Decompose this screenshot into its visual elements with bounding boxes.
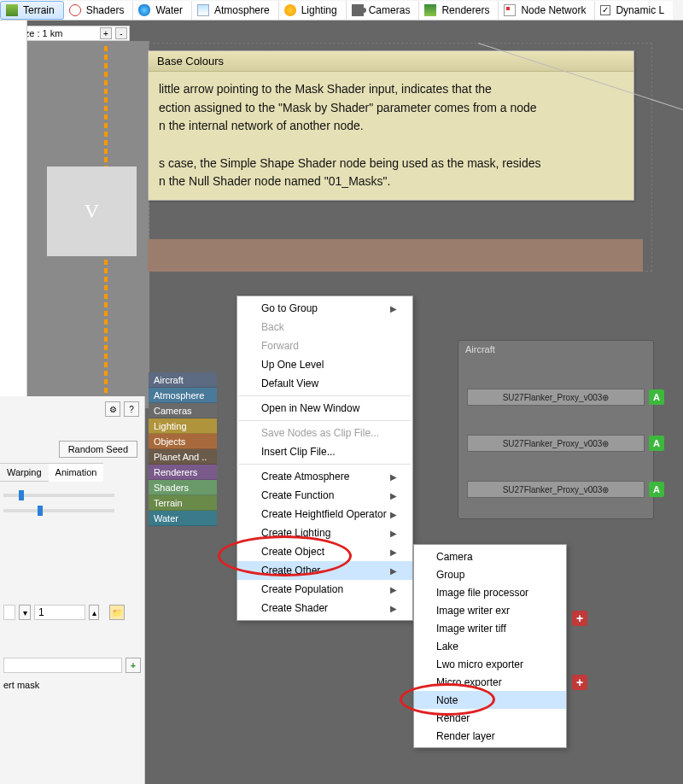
menu-save-clip: Save Nodes as Clip File... [237,424,412,442]
shader-preview[interactable]: V [47,167,137,256]
submenu-note[interactable]: Note [414,691,566,709]
aircraft-node-2[interactable]: SU27Flanker_Proxy_v003⊕A [467,435,645,452]
menu-up-one-level[interactable]: Up One Level [237,355,412,374]
aircraft-node-3[interactable]: SU27Flanker_Proxy_v003⊕A [467,481,645,498]
submenu-group[interactable]: Group [414,565,566,583]
number-input[interactable]: 1 [34,605,85,620]
tab-node-network[interactable]: Node Network [499,1,595,20]
red-plus-2[interactable]: + [572,675,587,690]
cat-atmosphere[interactable]: Atmosphere [149,388,217,403]
menu-create-other[interactable]: Create Other▶ [237,561,412,580]
note-title: Base Colours [149,51,633,72]
camera-icon [352,4,364,16]
slider-2[interactable] [3,509,114,512]
chevron-right-icon: ▶ [390,566,397,576]
aircraft-group-title: Aircraft [458,341,653,358]
menu-insert-clip[interactable]: Insert Clip File... [237,442,412,461]
aircraft-group[interactable]: Aircraft SU27Flanker_Proxy_v003⊕A SU27Fl… [458,340,654,519]
tab-water[interactable]: Water [133,1,192,20]
menu-create-function[interactable]: Create Function▶ [237,486,412,505]
menu-separator-3 [239,464,411,465]
menu-create-heightfield[interactable]: Create Heightfield Operator▶ [237,505,412,524]
water-label: Water [155,4,183,16]
submenu-lake[interactable]: Lake [414,637,566,655]
submenu-camera[interactable]: Camera [414,547,566,565]
tab-lighting[interactable]: Lighting [279,1,347,20]
submenu-image-writer-tiff[interactable]: Image writer tiff [414,619,566,637]
cat-renderers[interactable]: Renderers [149,465,217,480]
dynamic-checkbox-wrap[interactable]: ✓Dynamic L [595,1,673,20]
menu-default-view[interactable]: Default View [237,374,412,393]
note-line-3: n the internal network of another node. [159,119,364,132]
tab-atmosphere[interactable]: Atmosphere [192,1,279,20]
menu-separator-2 [239,420,411,421]
dynamic-label: Dynamic L [616,4,664,16]
mask-assign-input[interactable] [3,658,122,673]
tab-terrain[interactable]: Terrain [0,1,64,20]
cat-shaders[interactable]: Shaders [149,480,217,495]
chevron-right-icon: ▶ [390,304,397,313]
cat-objects[interactable]: Objects [149,434,217,449]
slider-1-thumb[interactable] [19,490,24,500]
create-other-submenu: Camera Group Image file processor Image … [413,544,567,748]
small-input[interactable] [3,605,15,620]
submenu-image-file-processor[interactable]: Image file processor [414,583,566,601]
submenu-render[interactable]: Render [414,709,566,727]
cat-aircraft[interactable]: Aircraft [149,372,217,388]
tab-warping[interactable]: Warping [0,463,49,482]
chevron-right-icon: ▶ [390,529,397,538]
chevron-right-icon: ▶ [390,491,397,500]
note-node[interactable]: Base Colours little arrow pointing to th… [148,50,634,201]
top-toolbar: Terrain Shaders Water Atmosphere Lightin… [0,0,683,20]
folder-button[interactable]: 📁 [109,605,125,620]
category-list: Aircraft Atmosphere Cameras Lighting Obj… [149,372,217,526]
menu-go-to-group[interactable]: Go to Group▶ [237,299,412,318]
size-minus-button[interactable]: - [115,27,127,39]
slider-2-thumb[interactable] [38,506,43,516]
size-bar: Size : 1 km + - [10,26,130,41]
submenu-image-writer-exr[interactable]: Image writer exr [414,601,566,619]
cat-planet[interactable]: Planet And .. [149,449,217,465]
terrain-label: Terrain [23,4,55,16]
network-label: Node Network [521,4,586,16]
cameras-label: Cameras [369,4,411,16]
size-plus-button[interactable]: + [100,27,112,39]
menu-create-lighting[interactable]: Create Lighting▶ [237,524,412,542]
tab-cameras[interactable]: Cameras [347,1,420,20]
menu-create-population[interactable]: Create Population▶ [237,580,412,599]
cat-cameras[interactable]: Cameras [149,403,217,418]
tab-shaders[interactable]: Shaders [64,1,134,20]
cat-terrain[interactable]: Terrain [149,495,217,511]
menu-create-object[interactable]: Create Object▶ [237,542,412,561]
note-line-1: little arrow pointing to the Mask Shader… [159,82,492,96]
gear-button[interactable]: ⚙ [105,401,120,417]
aircraft-node-1[interactable]: SU27Flanker_Proxy_v003⊕A [467,389,645,406]
random-seed-button[interactable]: Random Seed [59,441,137,458]
water-icon [138,4,150,16]
tab-animation[interactable]: Animation [49,463,104,482]
cat-lighting[interactable]: Lighting [149,418,217,434]
chevron-right-icon: ▶ [390,547,397,557]
help-button[interactable]: ? [124,401,139,417]
submenu-micro-exporter[interactable]: Micro exporter [414,673,566,691]
submenu-lwo-exporter[interactable]: Lwo micro exporter [414,655,566,673]
slider-1[interactable] [3,494,114,497]
terrain-icon [6,4,18,16]
note-line-2: ection assigned to the "Mask by Shader" … [159,101,537,114]
renderers-label: Renderers [441,4,489,16]
ert-mask-label: ert mask [0,676,144,693]
cat-water[interactable]: Water [149,511,217,526]
atmosphere-icon [197,4,209,16]
stepper-btn[interactable]: ▾ [19,605,31,620]
menu-create-shader[interactable]: Create Shader▶ [237,599,412,617]
menu-create-atmosphere[interactable]: Create Atmosphere▶ [237,467,412,486]
properties-panel: ⚙ ? Random Seed WarpingAnimation ▾ 1 ▴ 📁… [0,396,145,784]
menu-open-new-window[interactable]: Open in New Window [237,399,412,418]
node-a-badge-1: A [649,389,664,405]
note-line-4: s case, the Simple Shape Shader node bei… [159,156,541,170]
submenu-render-layer[interactable]: Render layer [414,727,566,745]
tab-renderers[interactable]: Renderers [419,1,499,20]
spin-up[interactable]: ▴ [89,605,99,620]
red-plus-1[interactable]: + [572,611,587,626]
assign-plus-button[interactable]: + [126,658,141,673]
